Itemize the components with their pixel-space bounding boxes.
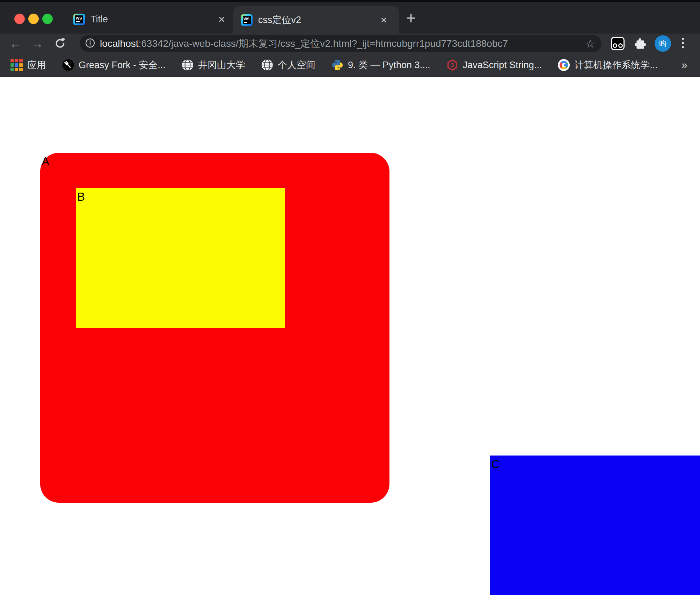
page-viewport: A B C bbox=[0, 77, 700, 595]
close-tab-icon[interactable]: × bbox=[218, 14, 225, 25]
address-bar[interactable]: localhost:63342/java-web-class/期末复习/css_… bbox=[80, 35, 601, 52]
bookmark-js-string[interactable]: 3 JavaScript String... bbox=[446, 59, 542, 71]
bookmark-personal-space[interactable]: 个人空间 bbox=[261, 59, 315, 71]
blue-box-c: C bbox=[490, 456, 700, 595]
reload-button[interactable] bbox=[53, 36, 67, 52]
tampermonkey-extension-icon[interactable] bbox=[611, 37, 625, 50]
bookmarks-bar: 应用 Greasy Fork - 安全... bbox=[0, 53, 700, 77]
webstorm-favicon-icon: WS bbox=[73, 14, 85, 25]
minimize-window-button[interactable] bbox=[28, 14, 39, 24]
webstorm-favicon-icon: WS bbox=[241, 14, 253, 26]
tab-label: Title bbox=[90, 14, 108, 25]
site-info-icon[interactable] bbox=[85, 38, 95, 50]
google-icon bbox=[558, 59, 570, 71]
greasyfork-icon bbox=[62, 59, 74, 71]
bookmark-star-icon[interactable]: ☆ bbox=[585, 38, 595, 49]
close-tab-icon[interactable]: × bbox=[380, 14, 387, 26]
yellow-box-b: B bbox=[76, 188, 285, 328]
url-host: localhost bbox=[100, 38, 139, 49]
close-window-button[interactable] bbox=[14, 14, 25, 24]
box-a-label: A bbox=[42, 155, 49, 169]
back-button[interactable]: ← bbox=[9, 37, 22, 50]
bookmark-jgsu[interactable]: 井冈山大学 bbox=[182, 59, 245, 71]
chrome-menu-icon[interactable] bbox=[682, 38, 684, 48]
bookmark-python-docs[interactable]: 9. 类 — Python 3.... bbox=[331, 59, 430, 71]
bookmark-greasyfork[interactable]: Greasy Fork - 安全... bbox=[62, 59, 166, 71]
tab-title[interactable]: WS Title × bbox=[71, 5, 231, 34]
python-icon bbox=[331, 59, 343, 71]
profile-avatar[interactable]: 昀 bbox=[655, 35, 671, 52]
extensions-puzzle-icon[interactable] bbox=[634, 37, 646, 51]
toolbar: ← → localhost:63342/java-web-class/期末复习/… bbox=[0, 34, 700, 53]
bookmark-os-study[interactable]: 计算机操作系统学... bbox=[558, 59, 658, 71]
window-top-edge bbox=[0, 0, 700, 2]
tab-css-dingwei-v2[interactable]: WS css定位v2 × bbox=[233, 6, 399, 34]
new-tab-button[interactable]: + bbox=[406, 9, 416, 27]
hexagon-3-icon: 3 bbox=[446, 59, 458, 71]
url-text: localhost:63342/java-web-class/期末复习/css_… bbox=[100, 37, 508, 50]
tab-label: css定位v2 bbox=[258, 14, 301, 26]
box-c-label: C bbox=[491, 457, 500, 471]
zoom-window-button[interactable] bbox=[42, 14, 53, 24]
forward-button[interactable]: → bbox=[31, 37, 44, 50]
svg-text:3: 3 bbox=[451, 62, 454, 68]
tab-strip: WS Title × WS css定位v2 × + bbox=[0, 0, 700, 34]
globe-icon bbox=[261, 59, 273, 71]
bookmark-apps[interactable]: 应用 bbox=[10, 59, 46, 71]
apps-grid-icon bbox=[10, 59, 23, 71]
box-b-label: B bbox=[77, 190, 85, 204]
globe-icon bbox=[182, 59, 194, 71]
avatar-initial: 昀 bbox=[659, 39, 666, 49]
url-path: :63342/java-web-class/期末复习/css_定位v2.html… bbox=[139, 38, 508, 49]
bookmarks-overflow-chevron[interactable]: » bbox=[681, 59, 687, 71]
